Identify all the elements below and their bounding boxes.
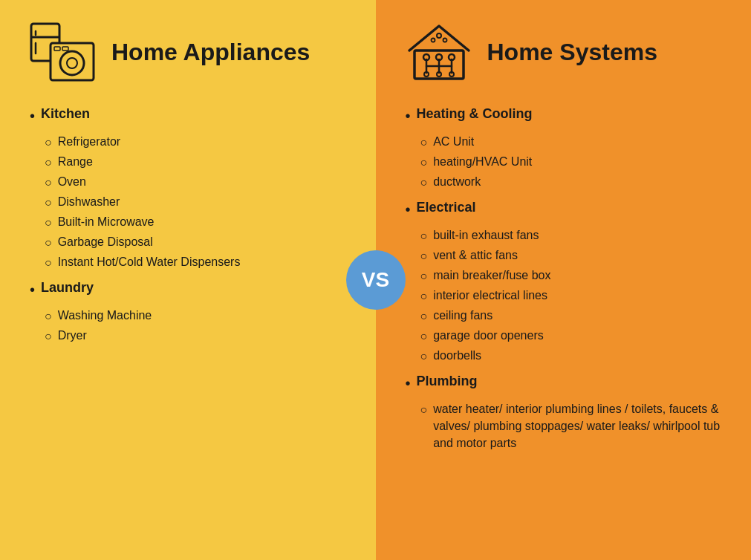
list-item: ○Garbage Disposal [45, 233, 346, 252]
main-bullet: • [406, 198, 411, 221]
list-item: ○Built-in Microwave [45, 213, 346, 232]
svg-point-20 [437, 33, 441, 38]
right-panel: Home Systems • Heating & Cooling ○AC Uni… [376, 0, 752, 560]
sub-list: ○water heater/ interior plumbing lines /… [420, 400, 722, 452]
list-item: • Heating & Cooling ○AC Unit ○heating/HV… [406, 104, 722, 192]
section-label: Plumbing [417, 371, 478, 391]
vs-label: VS [362, 268, 389, 292]
list-item: ○Refrigerator [45, 133, 346, 152]
right-header: Home Systems [406, 22, 722, 82]
list-item: ○Range [45, 153, 346, 172]
list-item: ○garage door openers [420, 327, 722, 345]
main-bullet: • [30, 105, 35, 127]
list-item: ○ceiling fans [420, 307, 722, 325]
svg-point-14 [436, 54, 442, 60]
list-item: ○Dishwasher [45, 193, 346, 212]
main-bullet: • [30, 279, 35, 301]
section-label: Heating & Cooling [417, 104, 533, 124]
section-label: Laundry [41, 278, 94, 298]
list-item: • Plumbing ○water heater/ interior plumb… [406, 371, 722, 452]
svg-point-21 [431, 39, 435, 42]
vs-circle: VS [346, 250, 406, 310]
main-bullet: • [406, 105, 411, 127]
list-item: ○Oven [45, 173, 346, 192]
svg-point-15 [423, 54, 429, 60]
left-header: Home Appliances [30, 22, 346, 82]
list-item: ○heating/HVAC Unit [420, 153, 722, 172]
sub-list: ○built-in exhaust fans ○vent & attic fan… [420, 227, 722, 365]
list-item: • Electrical ○built-in exhaust fans ○ven… [406, 198, 722, 365]
list-item: ○main breaker/fuse box [420, 267, 722, 285]
list-item: ○AC Unit [420, 133, 722, 152]
right-title: Home Systems [487, 39, 657, 66]
svg-point-18 [449, 72, 454, 76]
list-item: ○interior electrical lines [420, 287, 722, 305]
list-item: ○Instant Hot/Cold Water Dispensers [45, 253, 346, 272]
list-item: ○water heater/ interior plumbing lines /… [420, 400, 722, 452]
left-title: Home Appliances [111, 39, 310, 66]
svg-point-22 [443, 39, 446, 42]
list-item: ○doorbells [420, 347, 722, 365]
list-item: ○Washing Machine [45, 307, 346, 325]
list-item: ○built-in exhaust fans [420, 227, 722, 245]
list-item: ○vent & attic fans [420, 247, 722, 265]
sub-list: ○Washing Machine ○Dryer [45, 307, 346, 345]
list-item: • Kitchen ○Refrigerator ○Range ○Oven ○Di… [30, 104, 346, 272]
list-item: ○Dryer [45, 327, 346, 345]
left-content-list: • Kitchen ○Refrigerator ○Range ○Oven ○Di… [30, 104, 346, 345]
list-item: ○ductwork [420, 173, 722, 192]
svg-point-19 [437, 72, 441, 76]
main-bullet: • [406, 372, 411, 394]
svg-point-16 [449, 54, 455, 60]
section-label: Kitchen [41, 104, 90, 124]
appliances-icon [30, 22, 97, 82]
left-panel: Home Appliances • Kitchen ○Refrigerator … [0, 0, 376, 560]
list-item: • Laundry ○Washing Machine ○Dryer [30, 278, 346, 345]
sub-list: ○AC Unit ○heating/HVAC Unit ○ductwork [420, 133, 722, 192]
systems-icon [406, 22, 472, 82]
section-label: Electrical [417, 198, 476, 218]
svg-point-17 [424, 72, 429, 76]
right-content-list: • Heating & Cooling ○AC Unit ○heating/HV… [406, 104, 722, 452]
sub-list: ○Refrigerator ○Range ○Oven ○Dishwasher ○… [45, 133, 346, 272]
